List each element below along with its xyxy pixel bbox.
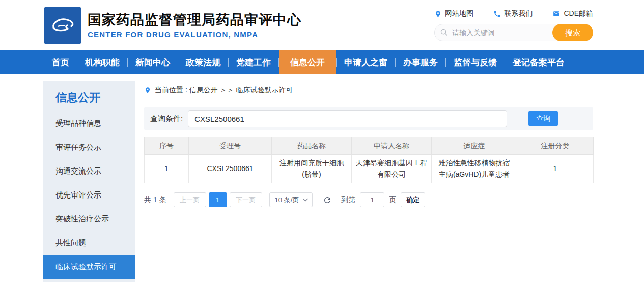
results-table: 序号 受理号 药品名称 申请人名称 适应症 注册分类 1 CXSL2500661… bbox=[144, 137, 594, 183]
table-header-row: 序号 受理号 药品名称 申请人名称 适应症 注册分类 bbox=[145, 137, 594, 155]
col-header-acceptance-no: 受理号 bbox=[189, 137, 272, 155]
link-contact[interactable]: 联系我们 bbox=[493, 9, 533, 18]
sidebar-item-communication[interactable]: 沟通交流公示 bbox=[43, 159, 135, 183]
site-title: 国家药品监督管理局药品审评中心 bbox=[88, 12, 301, 29]
col-header-drug-name: 药品名称 bbox=[272, 137, 352, 155]
col-header-applicant: 申请人名称 bbox=[352, 137, 432, 155]
site-subtitle: CENTER FOR DRUG EVALUATION, NMPA bbox=[88, 30, 301, 39]
location-pin-icon bbox=[144, 86, 151, 94]
nav-item-functions[interactable]: 机构职能 bbox=[77, 50, 127, 74]
link-sitemap[interactable]: 网站地图 bbox=[434, 9, 473, 18]
cell-indication: 难治性急性移植物抗宿主病(aGvHD)儿童患者 bbox=[432, 155, 517, 183]
nav-item-registration-platform[interactable]: 登记备案平台 bbox=[505, 50, 572, 74]
query-label: 查询条件: bbox=[150, 114, 183, 124]
goto-page-input[interactable] bbox=[360, 192, 384, 207]
sidebar-item-accepted-varieties[interactable]: 受理品种信息 bbox=[43, 111, 135, 135]
main-area: 信息公开 受理品种信息 审评任务公示 沟通交流公示 优先审评公示 突破性治疗公示… bbox=[43, 81, 644, 282]
search-icon bbox=[440, 28, 449, 37]
nav-item-services[interactable]: 办事服务 bbox=[396, 50, 445, 74]
link-label: 联系我们 bbox=[504, 9, 533, 18]
content: 当前位置 : 信息公开 ＞＞ 临床试验默示许可 查询条件: 查询 序号 受理号 … bbox=[144, 81, 593, 207]
goto-label: 到第 bbox=[341, 195, 355, 205]
sidebar-item-priority-review[interactable]: 优先审评公示 bbox=[43, 183, 135, 207]
location-pin-icon bbox=[434, 10, 442, 18]
nav-item-home[interactable]: 首页 bbox=[44, 50, 77, 74]
sidebar-item-clinical-trial-implied-license[interactable]: 临床试验默示许可 bbox=[43, 255, 135, 279]
nav-item-supervision-feedback[interactable]: 监督与反馈 bbox=[446, 50, 505, 74]
sidebar-item-review-tasks[interactable]: 审评任务公示 bbox=[43, 135, 135, 159]
main-nav: 首页 机构职能 新闻中心 政策法规 党建工作 信息公开 申请人之窗 办事服务 监… bbox=[0, 50, 644, 74]
cell-acceptance-no: CXSL2500661 bbox=[189, 155, 272, 183]
sidebar: 信息公开 受理品种信息 审评任务公示 沟通交流公示 优先审评公示 突破性治疗公示… bbox=[43, 81, 135, 282]
cell-drug-name: 注射用间充质干细胞(脐带) bbox=[272, 155, 352, 183]
phone-icon bbox=[493, 10, 501, 18]
cell-applicant: 天津昂赛细胞基因工程有限公司 bbox=[352, 155, 432, 183]
chevron-down-icon bbox=[303, 198, 308, 202]
cell-index: 1 bbox=[145, 155, 189, 183]
nav-item-news[interactable]: 新闻中心 bbox=[128, 50, 178, 74]
table-row: 1 CXSL2500661 注射用间充质干细胞(脐带) 天津昂赛细胞基因工程有限… bbox=[145, 155, 594, 183]
mail-icon bbox=[552, 10, 561, 17]
query-button[interactable]: 查询 bbox=[528, 111, 558, 126]
sidebar-item-breakthrough-therapy[interactable]: 突破性治疗公示 bbox=[43, 207, 135, 231]
page-header: 国家药品监督管理局药品审评中心 CENTER FOR DRUG EVALUATI… bbox=[0, 0, 644, 50]
nav-item-info-disclosure[interactable]: 信息公开 bbox=[279, 50, 336, 74]
prev-page-button[interactable]: 上一页 bbox=[174, 192, 206, 207]
pagination-total: 共 1 条 bbox=[144, 195, 166, 205]
query-panel: 查询条件: 查询 bbox=[144, 107, 593, 130]
page-number-1[interactable]: 1 bbox=[209, 192, 227, 207]
refresh-icon bbox=[323, 195, 332, 205]
sidebar-item-common-issues[interactable]: 共性问题 bbox=[43, 231, 135, 255]
col-header-indication: 适应症 bbox=[432, 137, 517, 155]
link-mailbox[interactable]: CDE邮箱 bbox=[552, 9, 593, 18]
cde-logo bbox=[44, 7, 81, 44]
brand-text: 国家药品监督管理局药品审评中心 CENTER FOR DRUG EVALUATI… bbox=[88, 12, 301, 39]
goto-page: 到第 页 确定 bbox=[341, 192, 425, 207]
goto-suffix: 页 bbox=[389, 195, 396, 205]
sidebar-title: 信息公开 bbox=[43, 81, 135, 111]
quick-links: 网站地图 联系我们 CDE邮箱 bbox=[434, 9, 593, 18]
logo-swoosh-icon bbox=[48, 11, 77, 40]
nav-item-party[interactable]: 党建工作 bbox=[229, 50, 278, 74]
query-input[interactable] bbox=[188, 110, 507, 127]
nav-item-applicant-window[interactable]: 申请人之窗 bbox=[337, 50, 395, 74]
nav-item-policies[interactable]: 政策法规 bbox=[178, 50, 228, 74]
cell-registration-class: 1 bbox=[517, 155, 594, 183]
link-label: 网站地图 bbox=[445, 9, 473, 18]
search-button[interactable]: 搜索 bbox=[552, 24, 593, 41]
col-header-index: 序号 bbox=[145, 137, 189, 155]
header-right: 网站地图 联系我们 CDE邮箱 搜索 bbox=[434, 9, 593, 41]
breadcrumb: 当前位置 : 信息公开 ＞＞ 临床试验默示许可 bbox=[144, 81, 593, 102]
site-search: 搜索 bbox=[434, 24, 593, 41]
col-header-registration-class: 注册分类 bbox=[517, 137, 594, 155]
link-label: CDE邮箱 bbox=[564, 9, 593, 18]
page-size-value: 10 条/页 bbox=[275, 195, 299, 205]
breadcrumb-text: 当前位置 : 信息公开 ＞＞ 临床试验默示许可 bbox=[155, 86, 293, 95]
refresh-button[interactable] bbox=[323, 195, 332, 205]
page-size-select[interactable]: 10 条/页 bbox=[269, 192, 313, 207]
goto-confirm-button[interactable]: 确定 bbox=[401, 192, 425, 207]
main-nav-inner: 首页 机构职能 新闻中心 政策法规 党建工作 信息公开 申请人之窗 办事服务 监… bbox=[44, 50, 644, 74]
next-page-button[interactable]: 下一页 bbox=[230, 192, 262, 207]
brand[interactable]: 国家药品监督管理局药品审评中心 CENTER FOR DRUG EVALUATI… bbox=[44, 7, 301, 44]
sidebar-item-marketed-drugs[interactable]: 上市药品信息 bbox=[43, 279, 135, 282]
pagination: 共 1 条 上一页 1 下一页 10 条/页 到第 页 确定 bbox=[144, 192, 593, 207]
